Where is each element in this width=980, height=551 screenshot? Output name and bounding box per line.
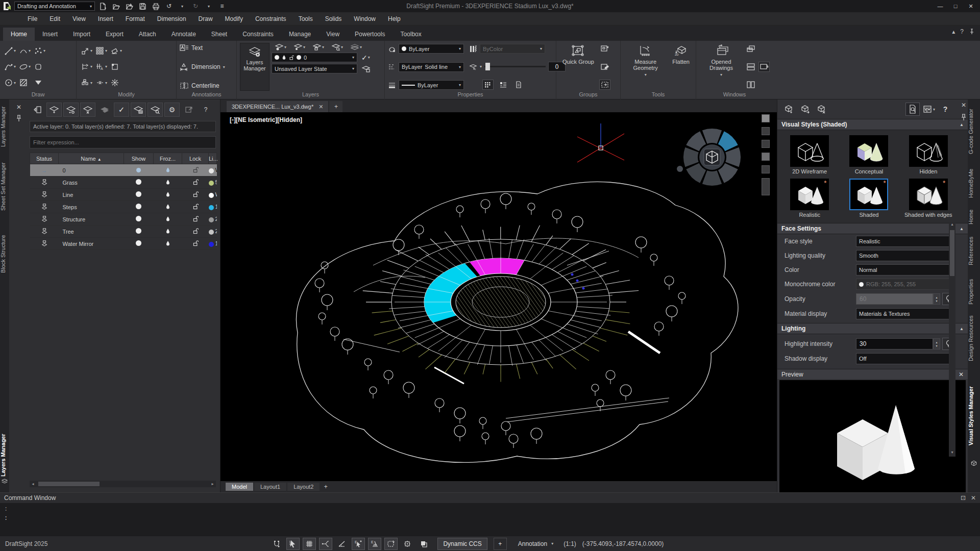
style-hidden[interactable]: Hidden xyxy=(900,135,957,174)
left-tab-layers-manager[interactable]: Layers Manager xyxy=(0,104,9,149)
filter-expression-input[interactable]: Filter expression... xyxy=(30,136,216,148)
gradient-tool[interactable] xyxy=(33,75,46,91)
vscroll-thumb[interactable] xyxy=(950,230,954,276)
ccs-origin-icon[interactable] xyxy=(401,538,414,550)
paint-icon[interactable] xyxy=(388,45,396,53)
maximize-button[interactable]: □ xyxy=(948,1,963,11)
style-realistic[interactable]: * Realistic xyxy=(781,179,838,218)
tab-layout2[interactable]: Layout2 xyxy=(287,483,320,491)
menu-tools[interactable]: Tools xyxy=(292,12,319,26)
close-icon[interactable]: ✕ xyxy=(318,104,323,110)
document-tab[interactable]: 3DEXPERIENCE... Lux_v3.dwg* ✕ xyxy=(227,101,328,112)
pin-icon[interactable] xyxy=(16,115,22,122)
style-2d-wireframe[interactable]: 2D Wireframe xyxy=(781,135,838,174)
menu-constraints[interactable]: Constraints xyxy=(249,12,292,26)
line-color-cell[interactable]: W xyxy=(209,189,217,201)
col-name[interactable]: Name ▲ xyxy=(59,153,124,164)
scroll-down-icon[interactable]: ▾ xyxy=(951,450,953,457)
minimize-button[interactable]: — xyxy=(933,1,947,11)
layer-row[interactable]: Water Mirror 1 xyxy=(30,238,217,250)
frozen-toggle[interactable] xyxy=(154,177,182,189)
right-tab-homebyme[interactable]: HomeByMe xyxy=(968,163,980,203)
show-toggle[interactable] xyxy=(124,238,154,250)
show-toggle[interactable] xyxy=(124,213,154,226)
workspace-selector[interactable]: Drafting and Annotation ▾ xyxy=(14,2,95,11)
erase-tool[interactable]: ▾ xyxy=(109,43,123,59)
hscroll-thumb[interactable] xyxy=(38,482,100,486)
tab-model[interactable]: Model xyxy=(226,483,253,491)
customize-quick-access-button[interactable]: ≡ xyxy=(216,1,228,11)
right-tab-design-resources[interactable]: Design Resources xyxy=(968,313,980,364)
pin-icon[interactable] xyxy=(961,114,967,121)
menu-edit[interactable]: Edit xyxy=(43,12,66,26)
line-color-cell[interactable]: 5 xyxy=(209,177,217,189)
grid-icon[interactable] xyxy=(303,538,316,550)
dynamic-ccs-button[interactable]: Dynamic CCS xyxy=(437,538,487,550)
selected-style-thumb[interactable]: * xyxy=(849,179,888,210)
selection-filter-icon[interactable] xyxy=(286,538,300,550)
ribbon-tab-attach[interactable]: Attach xyxy=(131,28,164,41)
help-button[interactable]: ? xyxy=(938,103,952,116)
col-linecolor[interactable]: Li... xyxy=(209,153,217,164)
menu-file[interactable]: File xyxy=(21,12,43,26)
material-display-combo[interactable]: Materials & Textures▾ xyxy=(856,308,955,319)
activate-layer-button[interactable]: ✓▾ xyxy=(360,53,371,62)
collapse-panel-button[interactable] xyxy=(30,103,45,117)
pattern-tool[interactable]: ▾ xyxy=(94,43,108,59)
viewport-control-button[interactable] xyxy=(762,178,770,195)
highlight-intensity-spinner[interactable]: ▴▾ xyxy=(933,338,940,349)
lock-toggle[interactable] xyxy=(182,177,209,189)
menu-solids[interactable]: Solids xyxy=(319,12,348,26)
new-layer-button[interactable] xyxy=(46,103,62,117)
menu-draw[interactable]: Draw xyxy=(192,12,219,26)
frames-icon[interactable] xyxy=(417,538,430,550)
ribbon-tab-powertools[interactable]: Powertools xyxy=(347,28,393,41)
panel-close-icon[interactable]: ✕ xyxy=(16,104,21,111)
frozen-toggle[interactable] xyxy=(154,238,182,250)
monochrome-color-combo[interactable]: RGB: 255, 255, 255▾ xyxy=(856,279,955,290)
frozen-toggle[interactable] xyxy=(154,226,182,238)
layer-freeze-tool[interactable]: ▾ xyxy=(292,43,306,51)
line-color-cell[interactable]: 2 xyxy=(209,226,217,238)
layer-lock-tool[interactable]: ▾ xyxy=(311,43,325,51)
ribbon-tab-annotate[interactable]: Annotate xyxy=(164,28,204,41)
save-button[interactable] xyxy=(137,1,148,11)
snap-settings-icon[interactable] xyxy=(270,538,283,550)
move-tool[interactable]: ▾ xyxy=(80,43,93,59)
left-tab-sheet-set-manager[interactable]: Sheet Set Manager xyxy=(0,159,9,215)
lineweight-icon[interactable] xyxy=(388,81,396,89)
right-tab-home[interactable]: Home xyxy=(968,207,980,227)
style-shaded[interactable]: * Shaded xyxy=(841,179,897,218)
text-tool[interactable]: Text xyxy=(180,44,225,52)
tab-layout1[interactable]: Layout1 xyxy=(254,483,286,491)
polyline-tool[interactable]: ▾ xyxy=(3,59,17,74)
offset-tool[interactable]: ▾ xyxy=(80,75,93,91)
lock-toggle[interactable] xyxy=(182,238,209,250)
collapse-icon[interactable]: ▲ xyxy=(960,122,964,127)
viewport-control-button[interactable] xyxy=(762,140,770,148)
highlight-intensity-input[interactable]: 30 xyxy=(856,338,933,349)
layer-export-button[interactable] xyxy=(181,103,197,117)
lighting-quality-combo[interactable]: Smooth▾ xyxy=(856,250,955,261)
redo-dropdown[interactable]: ▾ xyxy=(203,1,214,11)
frozen-toggle[interactable] xyxy=(154,164,182,177)
viewport-control-button[interactable] xyxy=(762,165,770,173)
panel-scrollbar[interactable]: ▴ ▾ xyxy=(949,222,955,457)
display-options-button[interactable]: ▾ xyxy=(922,103,936,116)
hatch-tool[interactable] xyxy=(18,75,32,91)
face-settings-header[interactable]: Face Settings ▲ xyxy=(777,223,968,234)
line-color-cell[interactable]: W xyxy=(209,164,217,177)
visual-styles-section-header[interactable]: Visual Styles (Shaded) ▲ xyxy=(777,119,968,130)
delete-layer-button[interactable] xyxy=(80,103,95,117)
menu-modify[interactable]: Modify xyxy=(219,12,249,26)
bars-icon[interactable] xyxy=(469,45,477,53)
layers-hscrollbar[interactable]: ◂ ▸ xyxy=(30,481,216,487)
frozen-toggle[interactable] xyxy=(154,189,182,201)
close-button[interactable]: ✕ xyxy=(964,1,978,11)
layer-row[interactable]: Structure 2 xyxy=(30,213,217,226)
menu-window[interactable]: Window xyxy=(348,12,382,26)
ribbon-tab-toolbox[interactable]: Toolbox xyxy=(393,28,429,41)
circle-tool[interactable]: ▾ xyxy=(3,75,17,91)
annotation-scale-combo[interactable]: Annotation ▾ xyxy=(514,538,557,550)
close-icon[interactable]: ✕ xyxy=(971,494,976,502)
